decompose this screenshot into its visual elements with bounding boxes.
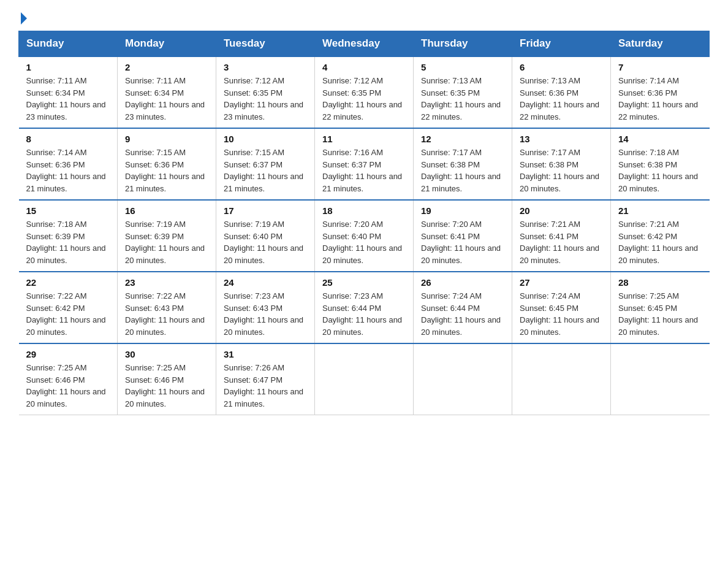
sunrise-label: Sunrise: [618,220,650,229]
calendar-cell: 2 Sunrise: 7:11 AM Sunset: 6:34 PM Dayli… [118,56,216,128]
sunrise-value: 7:25 AM [650,291,679,301]
sunrise-value: 7:15 AM [255,148,284,157]
calendar-cell: 27 Sunrise: 7:24 AM Sunset: 6:45 PM Dayl… [512,272,611,343]
calendar-cell: 3 Sunrise: 7:12 AM Sunset: 6:35 PM Dayli… [216,56,315,128]
calendar-cell: 4 Sunrise: 7:12 AM Sunset: 6:35 PM Dayli… [315,56,414,128]
sunset-label: Sunset: [224,160,253,169]
sunset-value: 6:47 PM [253,375,282,385]
sunset-value: 6:41 PM [549,232,578,241]
day-info: Sunrise: 7:11 AM Sunset: 6:34 PM Dayligh… [125,75,208,123]
sunset-label: Sunset: [26,160,56,169]
header-saturday: Saturday [611,31,710,57]
sunset-label: Sunset: [224,88,253,98]
sunrise-value: 7:20 AM [354,220,383,229]
day-info: Sunrise: 7:13 AM Sunset: 6:36 PM Dayligh… [520,75,603,123]
day-info: Sunrise: 7:15 AM Sunset: 6:36 PM Dayligh… [125,147,208,194]
daylight-label: Daylight: [26,100,59,109]
calendar-cell [414,343,512,415]
daylight-label: Daylight: [224,243,257,253]
sunset-value: 6:34 PM [154,88,184,98]
logo-arrow-icon [21,12,27,25]
daylight-label: Daylight: [322,315,355,324]
sunset-label: Sunset: [520,304,549,313]
sunset-label: Sunset: [26,375,56,385]
sunset-value: 6:35 PM [450,88,480,98]
sunset-value: 6:43 PM [253,304,282,313]
sunrise-value: 7:11 AM [156,76,186,85]
sunrise-value: 7:18 AM [58,220,87,229]
sunrise-label: Sunrise: [125,220,156,229]
sunrise-value: 7:23 AM [255,291,284,301]
sunset-label: Sunset: [421,232,450,241]
sunrise-value: 7:25 AM [156,363,186,372]
day-info: Sunrise: 7:19 AM Sunset: 6:39 PM Dayligh… [125,218,208,266]
sunrise-label: Sunrise: [26,220,58,229]
sunset-label: Sunset: [224,232,253,241]
daylight-label: Daylight: [618,100,651,109]
day-info: Sunrise: 7:17 AM Sunset: 6:38 PM Dayligh… [520,147,603,194]
sunrise-value: 7:17 AM [452,148,482,157]
daylight-label: Daylight: [224,315,257,324]
calendar-cell: 6 Sunrise: 7:13 AM Sunset: 6:36 PM Dayli… [512,56,611,128]
sunrise-value: 7:13 AM [452,76,482,85]
day-number: 21 [618,205,702,216]
sunset-value: 6:42 PM [55,304,85,313]
day-info: Sunrise: 7:14 AM Sunset: 6:36 PM Dayligh… [618,75,702,123]
day-info: Sunrise: 7:17 AM Sunset: 6:38 PM Dayligh… [421,147,504,194]
sunset-label: Sunset: [26,304,56,313]
daylight-label: Daylight: [421,315,454,324]
calendar-cell: 29 Sunrise: 7:25 AM Sunset: 6:46 PM Dayl… [19,343,118,415]
calendar-cell: 25 Sunrise: 7:23 AM Sunset: 6:44 PM Dayl… [315,272,414,343]
sunrise-value: 7:12 AM [354,76,383,85]
day-number: 11 [322,134,406,144]
sunrise-label: Sunrise: [322,148,354,157]
sunset-value: 6:40 PM [352,232,381,241]
day-info: Sunrise: 7:21 AM Sunset: 6:41 PM Dayligh… [520,218,603,266]
day-number: 26 [421,277,504,288]
day-info: Sunrise: 7:22 AM Sunset: 6:43 PM Dayligh… [125,290,208,338]
sunset-label: Sunset: [520,160,549,169]
day-info: Sunrise: 7:24 AM Sunset: 6:44 PM Dayligh… [421,290,504,338]
sunrise-value: 7:16 AM [354,148,383,157]
day-number: 19 [421,205,504,216]
day-number: 20 [520,205,603,216]
sunrise-value: 7:11 AM [58,76,87,85]
logo [18,12,27,25]
sunrise-label: Sunrise: [224,291,255,301]
daylight-label: Daylight: [125,243,158,253]
daylight-label: Daylight: [322,100,355,109]
day-number: 3 [224,62,307,72]
sunset-value: 6:44 PM [352,304,381,313]
sunrise-value: 7:12 AM [255,76,284,85]
sunset-label: Sunset: [125,232,154,241]
sunrise-label: Sunrise: [520,220,551,229]
day-info: Sunrise: 7:20 AM Sunset: 6:40 PM Dayligh… [322,218,406,266]
sunset-value: 6:44 PM [450,304,480,313]
calendar-cell: 13 Sunrise: 7:17 AM Sunset: 6:38 PM Dayl… [512,128,611,200]
daylight-label: Daylight: [26,315,59,324]
daylight-label: Daylight: [421,100,454,109]
calendar-cell: 19 Sunrise: 7:20 AM Sunset: 6:41 PM Dayl… [414,200,512,272]
day-info: Sunrise: 7:22 AM Sunset: 6:42 PM Dayligh… [26,290,110,338]
sunrise-label: Sunrise: [26,363,58,372]
calendar-week-row: 22 Sunrise: 7:22 AM Sunset: 6:42 PM Dayl… [19,272,710,343]
day-info: Sunrise: 7:20 AM Sunset: 6:41 PM Dayligh… [421,218,504,266]
day-number: 10 [224,134,307,144]
sunset-value: 6:45 PM [648,304,677,313]
sunset-label: Sunset: [322,88,352,98]
calendar-cell: 7 Sunrise: 7:14 AM Sunset: 6:36 PM Dayli… [611,56,710,128]
daylight-label: Daylight: [520,100,553,109]
day-number: 6 [520,62,603,72]
day-info: Sunrise: 7:25 AM Sunset: 6:46 PM Dayligh… [125,362,208,410]
day-number: 30 [125,349,208,359]
day-number: 13 [520,134,603,144]
day-info: Sunrise: 7:26 AM Sunset: 6:47 PM Dayligh… [224,362,307,410]
calendar-cell: 9 Sunrise: 7:15 AM Sunset: 6:36 PM Dayli… [118,128,216,200]
calendar-cell: 22 Sunrise: 7:22 AM Sunset: 6:42 PM Dayl… [19,272,118,343]
sunset-label: Sunset: [618,88,648,98]
sunrise-value: 7:20 AM [452,220,482,229]
day-number: 1 [26,62,110,72]
sunrise-label: Sunrise: [26,291,58,301]
sunset-label: Sunset: [421,304,450,313]
sunset-value: 6:38 PM [549,160,578,169]
